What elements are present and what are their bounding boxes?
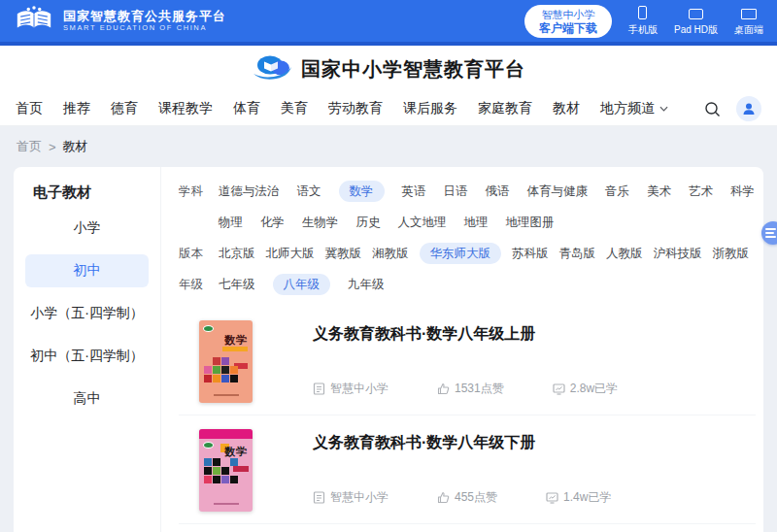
filter-option[interactable]: 湘教版: [372, 243, 409, 264]
sidebar-item-junior[interactable]: 初中: [25, 254, 149, 287]
cover-subject-text: 数学: [224, 445, 248, 459]
user-avatar[interactable]: [736, 96, 761, 121]
book-cover[interactable]: 数学: [199, 429, 253, 512]
filter-option[interactable]: 化学: [260, 212, 285, 233]
platform-link-desktop[interactable]: 桌面端: [734, 6, 763, 37]
filter-option[interactable]: 青岛版: [559, 243, 596, 264]
cover-mosaic-art: [204, 458, 238, 483]
filter-option[interactable]: 九年级: [348, 274, 385, 295]
brand-subtitle: SMART EDUCATION OF CHINA: [63, 23, 226, 33]
nav-item-labor-education[interactable]: 劳动教育: [328, 100, 383, 117]
filter-option[interactable]: 人教版: [606, 243, 643, 264]
book-cover[interactable]: 数学: [199, 320, 253, 403]
site-header: 国家中小学智慧教育平台: [0, 46, 777, 92]
sidebar-item-senior[interactable]: 高中: [25, 382, 149, 416]
open-book-logo-icon: [14, 5, 54, 38]
book-list: 数学 义务教育教科书·数学八年级上册 智慧中小学: [179, 307, 756, 524]
search-icon[interactable]: [704, 101, 721, 117]
book-list-item[interactable]: 数学 义务教育教科书·数学八年级上册 智慧中小学: [179, 307, 756, 416]
filter-option-selected[interactable]: 八年级: [273, 274, 331, 295]
publisher-icon: [313, 382, 325, 395]
book-likes: 455点赞: [437, 489, 497, 506]
filter-row-grade: 年级 七年级 八年级 九年级: [179, 274, 756, 295]
breadcrumb-separator: >: [49, 140, 56, 154]
screen-icon: [553, 382, 565, 395]
breadcrumb: 首页 > 教材: [0, 126, 777, 167]
book-likes: 1531点赞: [437, 381, 504, 397]
filter-option[interactable]: 地理: [464, 212, 489, 233]
download-app-name: 智慧中小学: [539, 8, 597, 21]
nav-item-recommend[interactable]: 推荐: [63, 100, 90, 117]
filter-option[interactable]: 日语: [444, 181, 468, 202]
sidebar: 电子教材 小学 初中 小学（五·四学制） 初中（五·四学制） 高中: [14, 167, 161, 532]
book-meta: 智慧中小学 455点赞 1.4w已学: [313, 489, 756, 512]
nav-item-pe[interactable]: 体育: [233, 100, 260, 117]
main-card: 电子教材 小学 初中 小学（五·四学制） 初中（五·四学制） 高中 学科 道德与…: [14, 167, 763, 532]
filter-option[interactable]: 北京版: [219, 243, 255, 264]
breadcrumb-current: 教材: [63, 138, 88, 155]
filter-row-subject: 学科 道德与法治 语文 数学 英语 日语 俄语 体育与健康 音乐 美术 艺术 科…: [179, 181, 756, 233]
platform-brand: 国家智慧教育公共服务平台 SMART EDUCATION OF CHINA: [14, 5, 226, 38]
filter-option[interactable]: 浙教版: [713, 243, 750, 264]
filter-option[interactable]: 物理: [219, 212, 243, 233]
nav-item-curriculum[interactable]: 课程教学: [158, 100, 213, 117]
brand-title: 国家智慧教育公共服务平台: [63, 9, 226, 23]
filter-option[interactable]: 艺术: [689, 181, 713, 202]
book-learned: 2.8w已学: [553, 381, 618, 397]
filter-option[interactable]: 英语: [402, 181, 426, 202]
book-list-item[interactable]: 数学 义务教育教科书·数学八年级下册 智慧中小学: [179, 416, 756, 524]
filter-option[interactable]: 冀教版: [325, 243, 362, 264]
filter-option[interactable]: 道德与法治: [219, 181, 280, 202]
publisher-icon: [313, 491, 325, 504]
book-title[interactable]: 义务教育教科书·数学八年级上册: [313, 324, 756, 345]
filter-option[interactable]: 地理图册: [506, 212, 555, 233]
filter-row-version: 版本 北京版 北师大版 冀教版 湘教版 华东师大版 苏科版 青岛版 人教版 沪科…: [179, 243, 756, 264]
filter-option[interactable]: 音乐: [605, 181, 629, 202]
book-title[interactable]: 义务教育教科书·数学八年级下册: [313, 433, 756, 453]
nav-item-family-education[interactable]: 家庭教育: [478, 100, 532, 117]
filter-option[interactable]: 苏科版: [512, 243, 549, 264]
breadcrumb-home[interactable]: 首页: [17, 138, 42, 155]
filter-option[interactable]: 俄语: [486, 181, 510, 202]
filter-option[interactable]: 人文地理: [398, 212, 447, 233]
sidebar-item-primary[interactable]: 小学: [25, 212, 149, 245]
cover-mosaic-art: [204, 357, 238, 382]
cover-publisher-badge: [203, 325, 214, 332]
filter-option[interactable]: 北师大版: [266, 243, 315, 264]
filter-option[interactable]: 历史: [356, 212, 381, 233]
nav-item-after-school[interactable]: 课后服务: [403, 100, 457, 117]
platform-link-mobile[interactable]: 手机版: [628, 6, 658, 37]
filter-option[interactable]: 生物学: [302, 212, 339, 233]
filter-option[interactable]: 语文: [297, 181, 321, 202]
platform-link-pad[interactable]: Pad HD版: [674, 6, 718, 37]
platform-label: 手机版: [628, 23, 658, 37]
nav-item-textbook[interactable]: 教材: [553, 100, 580, 117]
thumbs-up-icon: [437, 491, 450, 504]
filter-option[interactable]: 体育与健康: [527, 181, 589, 202]
thumbs-up-icon: [437, 382, 450, 395]
client-download-button[interactable]: 智慧中小学 客户端下载: [524, 5, 612, 38]
desktop-icon: [741, 9, 757, 19]
filter-label: 学科: [179, 181, 219, 233]
filter-option[interactable]: 沪科技版: [654, 243, 702, 264]
filter-option-selected[interactable]: 华东师大版: [420, 243, 502, 264]
nav-item-moral-education[interactable]: 德育: [111, 100, 138, 117]
person-icon: [742, 102, 756, 116]
filter-option[interactable]: 科学: [730, 181, 755, 202]
filter-option[interactable]: 七年级: [219, 274, 255, 295]
nav-item-aesthetic[interactable]: 美育: [281, 100, 308, 117]
sidebar-item-junior-54[interactable]: 初中（五·四学制）: [25, 340, 149, 373]
floating-menu-button[interactable]: [761, 221, 777, 245]
screen-icon: [546, 491, 558, 504]
download-label: 客户端下载: [539, 21, 597, 35]
filter-label: 年级: [179, 274, 219, 295]
nav-dropdown-local-channels[interactable]: 地方频道: [600, 100, 668, 117]
sidebar-item-primary-54[interactable]: 小学（五·四学制）: [25, 297, 149, 330]
filter-option[interactable]: 美术: [647, 181, 671, 202]
sidebar-title: 电子教材: [14, 183, 160, 202]
filter-option-selected[interactable]: 数学: [339, 181, 385, 202]
main-nav: 首页 推荐 德育 课程教学 体育 美育 劳动教育 课后服务 家庭教育 教材 地方…: [0, 92, 777, 126]
book-publisher: 智慧中小学: [313, 489, 388, 506]
nav-item-home[interactable]: 首页: [16, 100, 43, 117]
book-publisher: 智慧中小学: [313, 381, 388, 397]
